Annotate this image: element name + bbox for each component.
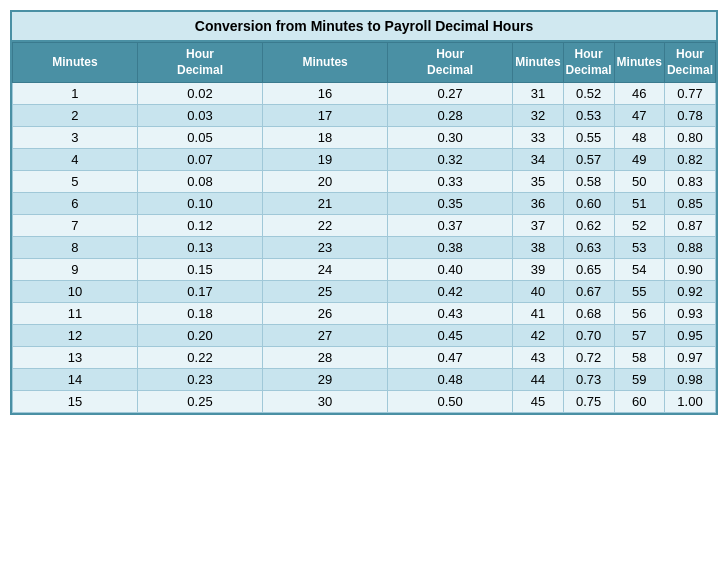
cell-minutes-2: 17 <box>263 105 388 127</box>
cell-decimal-4: 0.80 <box>664 127 715 149</box>
table-body: 10.02160.27310.52460.7720.03170.28320.53… <box>13 83 716 413</box>
table-row: 120.20270.45420.70570.95 <box>13 325 716 347</box>
cell-minutes-1: 2 <box>13 105 138 127</box>
cell-minutes-2: 23 <box>263 237 388 259</box>
cell-minutes-1: 6 <box>13 193 138 215</box>
cell-minutes-3: 36 <box>513 193 563 215</box>
cell-decimal-3: 0.60 <box>563 193 614 215</box>
cell-decimal-1: 0.17 <box>137 281 262 303</box>
cell-minutes-2: 27 <box>263 325 388 347</box>
cell-decimal-1: 0.23 <box>137 369 262 391</box>
cell-minutes-4: 54 <box>614 259 664 281</box>
cell-decimal-4: 0.78 <box>664 105 715 127</box>
cell-decimal-1: 0.08 <box>137 171 262 193</box>
table-row: 30.05180.30330.55480.80 <box>13 127 716 149</box>
cell-decimal-2: 0.37 <box>388 215 513 237</box>
cell-decimal-2: 0.38 <box>388 237 513 259</box>
cell-decimal-3: 0.72 <box>563 347 614 369</box>
cell-minutes-3: 44 <box>513 369 563 391</box>
cell-minutes-2: 29 <box>263 369 388 391</box>
conversion-table: Conversion from Minutes to Payroll Decim… <box>10 10 718 415</box>
cell-minutes-3: 45 <box>513 391 563 413</box>
cell-decimal-3: 0.70 <box>563 325 614 347</box>
cell-minutes-1: 9 <box>13 259 138 281</box>
table-row: 90.15240.40390.65540.90 <box>13 259 716 281</box>
cell-minutes-3: 37 <box>513 215 563 237</box>
cell-minutes-4: 60 <box>614 391 664 413</box>
cell-decimal-1: 0.25 <box>137 391 262 413</box>
header-minutes-1: Minutes <box>13 43 138 83</box>
header-decimal-1: HourDecimal <box>137 43 262 83</box>
cell-decimal-3: 0.57 <box>563 149 614 171</box>
cell-decimal-4: 0.97 <box>664 347 715 369</box>
cell-minutes-4: 49 <box>614 149 664 171</box>
cell-minutes-1: 15 <box>13 391 138 413</box>
cell-minutes-4: 51 <box>614 193 664 215</box>
header-minutes-2: Minutes <box>263 43 388 83</box>
cell-minutes-4: 47 <box>614 105 664 127</box>
cell-decimal-2: 0.32 <box>388 149 513 171</box>
cell-minutes-3: 39 <box>513 259 563 281</box>
cell-minutes-1: 5 <box>13 171 138 193</box>
header-decimal-3: HourDecimal <box>563 43 614 83</box>
cell-decimal-3: 0.65 <box>563 259 614 281</box>
table-row: 140.23290.48440.73590.98 <box>13 369 716 391</box>
cell-decimal-1: 0.20 <box>137 325 262 347</box>
cell-minutes-4: 55 <box>614 281 664 303</box>
cell-decimal-3: 0.75 <box>563 391 614 413</box>
cell-decimal-2: 0.27 <box>388 83 513 105</box>
cell-decimal-4: 0.85 <box>664 193 715 215</box>
cell-decimal-4: 0.77 <box>664 83 715 105</box>
cell-decimal-3: 0.73 <box>563 369 614 391</box>
header-decimal-4: HourDecimal <box>664 43 715 83</box>
cell-minutes-3: 41 <box>513 303 563 325</box>
table-title: Conversion from Minutes to Payroll Decim… <box>12 12 716 42</box>
cell-decimal-3: 0.67 <box>563 281 614 303</box>
data-table: Minutes HourDecimal Minutes HourDecimal … <box>12 42 716 413</box>
header-row: Minutes HourDecimal Minutes HourDecimal … <box>13 43 716 83</box>
cell-minutes-4: 50 <box>614 171 664 193</box>
cell-decimal-3: 0.55 <box>563 127 614 149</box>
cell-decimal-2: 0.48 <box>388 369 513 391</box>
header-decimal-2: HourDecimal <box>388 43 513 83</box>
cell-minutes-1: 7 <box>13 215 138 237</box>
cell-decimal-4: 0.88 <box>664 237 715 259</box>
cell-minutes-4: 58 <box>614 347 664 369</box>
cell-minutes-3: 32 <box>513 105 563 127</box>
cell-decimal-4: 0.82 <box>664 149 715 171</box>
header-minutes-4: Minutes <box>614 43 664 83</box>
cell-decimal-4: 0.98 <box>664 369 715 391</box>
cell-decimal-2: 0.35 <box>388 193 513 215</box>
cell-minutes-2: 28 <box>263 347 388 369</box>
cell-decimal-4: 0.92 <box>664 281 715 303</box>
cell-minutes-1: 12 <box>13 325 138 347</box>
cell-decimal-3: 0.53 <box>563 105 614 127</box>
cell-decimal-4: 1.00 <box>664 391 715 413</box>
table-row: 60.10210.35360.60510.85 <box>13 193 716 215</box>
cell-decimal-1: 0.13 <box>137 237 262 259</box>
cell-minutes-2: 22 <box>263 215 388 237</box>
cell-minutes-3: 34 <box>513 149 563 171</box>
table-row: 80.13230.38380.63530.88 <box>13 237 716 259</box>
cell-decimal-2: 0.42 <box>388 281 513 303</box>
cell-decimal-1: 0.18 <box>137 303 262 325</box>
cell-decimal-3: 0.68 <box>563 303 614 325</box>
table-row: 20.03170.28320.53470.78 <box>13 105 716 127</box>
cell-decimal-4: 0.83 <box>664 171 715 193</box>
cell-minutes-1: 13 <box>13 347 138 369</box>
cell-minutes-2: 30 <box>263 391 388 413</box>
cell-minutes-2: 20 <box>263 171 388 193</box>
table-row: 100.17250.42400.67550.92 <box>13 281 716 303</box>
cell-minutes-4: 53 <box>614 237 664 259</box>
cell-decimal-4: 0.93 <box>664 303 715 325</box>
cell-decimal-2: 0.47 <box>388 347 513 369</box>
cell-decimal-1: 0.07 <box>137 149 262 171</box>
cell-minutes-2: 16 <box>263 83 388 105</box>
cell-minutes-1: 8 <box>13 237 138 259</box>
cell-decimal-1: 0.15 <box>137 259 262 281</box>
cell-minutes-2: 26 <box>263 303 388 325</box>
table-row: 40.07190.32340.57490.82 <box>13 149 716 171</box>
cell-minutes-4: 46 <box>614 83 664 105</box>
cell-minutes-4: 56 <box>614 303 664 325</box>
cell-decimal-1: 0.02 <box>137 83 262 105</box>
